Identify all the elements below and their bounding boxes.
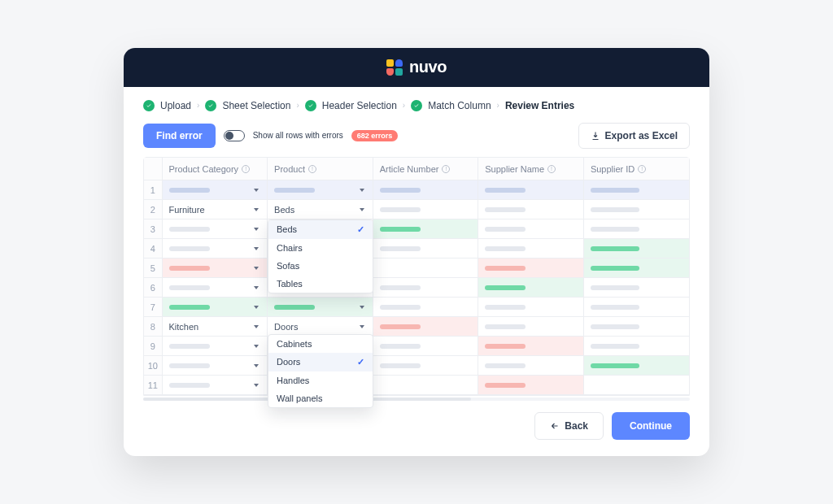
column-header-label: Supplier ID	[591, 164, 635, 174]
step-check-icon	[143, 100, 155, 111]
placeholder-bar	[591, 344, 639, 349]
table-cell	[583, 337, 689, 356]
check-icon: ✓	[357, 357, 364, 367]
table-cell[interactable]	[162, 239, 268, 259]
table-cell[interactable]	[162, 376, 268, 395]
step-label[interactable]: Header Selection	[322, 100, 397, 111]
column-header-label: Supplier Name	[485, 164, 544, 174]
cell-text: Furniture	[169, 205, 205, 215]
dropdown-option[interactable]: Wall panels	[268, 389, 373, 407]
chevron-down-icon	[254, 208, 259, 211]
show-errors-toggle[interactable]	[224, 130, 245, 141]
table-cell[interactable]	[162, 219, 268, 239]
table-cell[interactable]: Kitchen	[162, 317, 268, 337]
column-header[interactable]: Supplier Name!	[478, 158, 584, 180]
table-cell	[583, 356, 689, 376]
table-cell[interactable]	[268, 298, 373, 317]
placeholder-bar	[591, 285, 639, 290]
table-cell	[583, 239, 689, 259]
table-row: 8KitchenDoors	[144, 317, 689, 337]
export-excel-button[interactable]: Export as Excel	[578, 123, 690, 149]
cell-text: Kitchen	[169, 322, 199, 332]
column-header[interactable]: Product!	[268, 158, 373, 180]
step-label[interactable]: Sheet Selection	[222, 100, 290, 111]
table-cell	[373, 180, 478, 200]
table-cell[interactable]: Beds	[268, 200, 373, 219]
column-header[interactable]: Supplier ID!	[583, 158, 689, 180]
placeholder-bar	[274, 188, 315, 193]
error-count-badge: 682 errors	[351, 130, 399, 141]
dropdown-option-label: Cabinets	[277, 339, 312, 349]
find-error-button[interactable]: Find error	[143, 124, 216, 148]
column-header[interactable]: Article Number!	[373, 158, 478, 180]
placeholder-bar	[169, 285, 210, 290]
dropdown-option[interactable]: Beds✓	[268, 220, 373, 239]
horizontal-scrollbar[interactable]	[143, 398, 690, 401]
download-icon	[591, 131, 600, 141]
placeholder-bar	[485, 188, 526, 193]
dropdown-option[interactable]: Chairs	[268, 239, 373, 257]
info-icon[interactable]: !	[442, 165, 450, 173]
placeholder-bar	[169, 383, 210, 388]
step-label[interactable]: Match Column	[428, 100, 491, 111]
info-icon[interactable]: !	[547, 165, 556, 173]
table-cell[interactable]	[268, 180, 373, 200]
chevron-down-icon	[254, 247, 259, 250]
row-number-cell: 6	[144, 278, 162, 298]
placeholder-bar	[380, 324, 421, 329]
table-cell[interactable]	[162, 298, 268, 317]
chevron-down-icon	[360, 325, 364, 328]
table-cell[interactable]	[162, 278, 268, 298]
table-cell	[373, 259, 478, 278]
placeholder-bar	[485, 383, 526, 388]
table-cell[interactable]: Furniture	[162, 200, 268, 219]
dropdown-option[interactable]: Cabinets	[268, 335, 373, 353]
placeholder-bar	[485, 324, 526, 329]
dropdown-option[interactable]: Sofas	[268, 257, 373, 275]
placeholder-bar	[380, 188, 421, 193]
back-button[interactable]: Back	[534, 412, 604, 440]
placeholder-bar	[485, 207, 526, 212]
placeholder-bar	[169, 246, 210, 251]
table-cell[interactable]	[162, 259, 268, 278]
placeholder-bar	[485, 227, 526, 232]
table-row: 4	[144, 239, 689, 259]
column-header[interactable]: Product Category!	[162, 158, 268, 180]
data-table: Product Category!Product!Article Number!…	[144, 158, 689, 396]
table-cell	[478, 259, 584, 278]
row-number-cell: 2	[144, 200, 162, 219]
table-cell	[373, 278, 478, 298]
table-cell[interactable]	[162, 180, 268, 200]
table-cell	[373, 239, 478, 259]
table-row: 9	[144, 337, 689, 356]
row-number-cell: 5	[144, 259, 162, 278]
placeholder-bar	[591, 363, 639, 368]
chevron-down-icon	[360, 189, 364, 192]
placeholder-bar	[485, 266, 526, 271]
chevron-down-icon	[254, 364, 259, 367]
step-label[interactable]: Upload	[160, 100, 191, 111]
info-icon[interactable]: !	[638, 165, 646, 173]
info-icon[interactable]: !	[242, 165, 250, 173]
app-header: nuvo	[124, 48, 709, 87]
dropdown-option[interactable]: Doors✓	[268, 353, 373, 371]
placeholder-bar	[380, 344, 421, 349]
table-cell	[373, 298, 478, 317]
dropdown-option[interactable]: Handles	[268, 371, 373, 389]
continue-button[interactable]: Continue	[612, 412, 690, 440]
column-header-label: Article Number	[380, 164, 439, 174]
placeholder-bar	[485, 363, 526, 368]
chevron-down-icon	[360, 208, 364, 211]
table-cell	[583, 317, 689, 337]
chevron-down-icon	[254, 345, 259, 348]
table-cell[interactable]	[162, 356, 268, 376]
placeholder-bar	[380, 363, 421, 368]
table-cell	[478, 278, 584, 298]
placeholder-bar	[591, 305, 639, 310]
info-icon[interactable]: !	[308, 165, 316, 173]
table-cell	[373, 200, 478, 219]
table-cell[interactable]	[162, 337, 268, 356]
product-dropdown-panel-2[interactable]: CabinetsDoors✓HandlesWall panels	[268, 334, 373, 408]
dropdown-option[interactable]: Tables	[268, 275, 373, 293]
product-dropdown-panel-1[interactable]: Beds✓ChairsSofasTables	[268, 219, 373, 293]
